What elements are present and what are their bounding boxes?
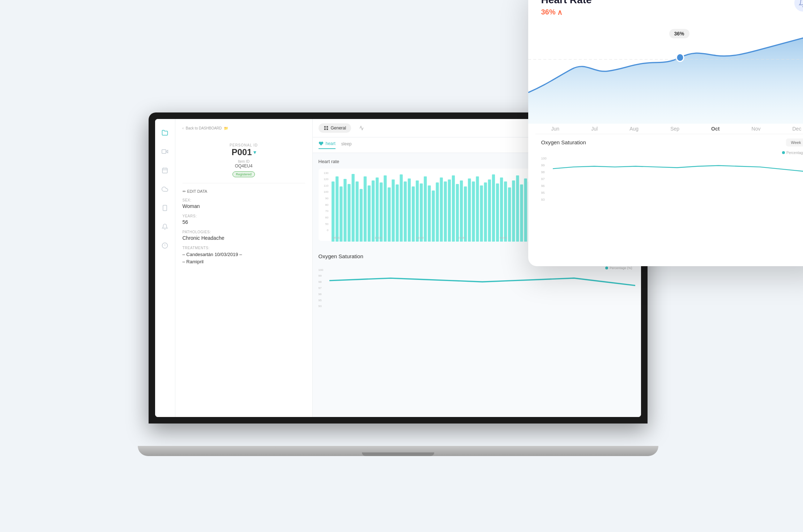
x-label-jun: Jun [551, 126, 560, 132]
svg-rect-51 [476, 176, 479, 241]
overlay-week-selector[interactable]: Week Month [786, 139, 803, 146]
oxy-svg-chart [553, 157, 803, 198]
pathologies-label: PATHOLOGIES: [183, 230, 305, 234]
svg-rect-17 [339, 186, 342, 242]
svg-rect-11 [324, 126, 325, 127]
back-to-dashboard[interactable]: ‹ Back to DASHBOARD 📁 [183, 126, 305, 130]
x-label-aug: Aug [629, 126, 638, 132]
sidebar-item-info[interactable] [158, 239, 171, 252]
pid-dropdown[interactable]: ▾ [253, 149, 256, 155]
svg-rect-59 [508, 187, 511, 242]
registered-badge: Registered [232, 171, 255, 177]
svg-rect-1 [162, 149, 166, 153]
svg-rect-27 [380, 182, 383, 242]
card-title: Heart Rate [541, 0, 803, 6]
svg-rect-29 [388, 187, 390, 242]
svg-rect-56 [496, 183, 499, 242]
years-label: YEARS: [183, 214, 305, 218]
svg-rect-50 [472, 181, 475, 241]
x-label-oct: Oct [711, 126, 719, 132]
svg-rect-49 [468, 178, 471, 242]
folder-icon: 📁 [224, 126, 228, 130]
field-treatments: TREATMENTS: – Candesartán 10/03/2019 – –… [183, 246, 305, 266]
svg-rect-36 [415, 180, 418, 241]
svg-rect-19 [347, 184, 350, 241]
svg-rect-61 [516, 175, 519, 242]
svg-rect-62 [520, 184, 523, 242]
svg-point-92 [676, 54, 684, 61]
svg-rect-30 [392, 179, 394, 242]
overlay-legend-label: Percentage (%) [786, 151, 803, 155]
sex-label: SEX: [183, 198, 305, 202]
patient-panel: ‹ Back to DASHBOARD 📁 Personal ID P001 ▾… [175, 119, 313, 417]
card-header: Heart Rate 36% ∧ [528, 0, 803, 22]
svg-rect-40 [432, 190, 435, 241]
sidebar [155, 119, 175, 417]
svg-rect-47 [460, 180, 462, 241]
metric-tab-sleep[interactable]: sleep [341, 141, 352, 149]
item-id-label: Item ID [183, 159, 305, 163]
sidebar-item-video[interactable] [158, 145, 171, 158]
svg-rect-52 [480, 185, 483, 241]
x-label-sep: Sep [670, 126, 679, 132]
edit-icon: ✏ [183, 189, 186, 194]
laptop-base [138, 446, 658, 456]
sidebar-item-mobile[interactable] [158, 201, 171, 214]
svg-rect-58 [504, 181, 507, 241]
svg-rect-38 [424, 176, 427, 241]
svg-rect-37 [420, 183, 423, 242]
oxygen-title: Oxygen Saturation [319, 253, 363, 259]
patient-id-section: Personal ID P001 ▾ Item ID OQ4EU4 Regist… [183, 137, 305, 183]
overlay-oxy-chart-area: Percentage (%) 100999897969593 [541, 151, 803, 201]
svg-marker-0 [166, 150, 168, 153]
svg-rect-33 [403, 181, 406, 241]
svg-rect-23 [363, 176, 366, 241]
sidebar-item-folder[interactable] [158, 126, 171, 139]
svg-rect-26 [376, 177, 379, 241]
edit-data-link[interactable]: ✏ EDIT DATA [183, 189, 305, 194]
sex-value: Woman [183, 203, 305, 209]
x-label-dec: Dec [792, 126, 801, 132]
item-id-value: OQ4EU4 [183, 163, 305, 169]
back-label: Back to DASHBOARD [186, 126, 222, 130]
back-chevron: ‹ [183, 126, 184, 130]
sidebar-item-cloud[interactable] [158, 183, 171, 196]
svg-rect-32 [400, 174, 402, 242]
field-years: YEARS: 56 [183, 214, 305, 225]
x-label-nov: Nov [752, 126, 761, 132]
sidebar-item-calendar[interactable] [158, 164, 171, 177]
x-axis-labels: Jun Jul Aug Sep Oct Nov Dec [528, 124, 803, 134]
svg-rect-46 [456, 184, 458, 241]
svg-rect-55 [492, 174, 495, 242]
svg-rect-63 [524, 178, 527, 242]
treatments-label: TREATMENTS: [183, 246, 305, 250]
metric-tab-heart[interactable]: heart [319, 141, 336, 149]
oxy-legend: Percentage (%) [782, 151, 803, 155]
svg-rect-21 [355, 181, 358, 241]
field-pathologies: PATHOLOGIES: Chronic Headache [183, 230, 305, 241]
card-percent: 36% ∧ [541, 8, 803, 17]
svg-rect-20 [351, 174, 354, 241]
sidebar-item-bell[interactable] [158, 220, 171, 233]
svg-rect-45 [452, 175, 454, 242]
svg-rect-43 [444, 181, 447, 241]
personal-id-label: Personal ID [183, 143, 305, 147]
tab-activity[interactable] [354, 123, 369, 133]
pathologies-value: Chronic Headache [183, 235, 305, 241]
svg-rect-41 [436, 182, 439, 242]
svg-rect-57 [500, 177, 503, 241]
overlay-oxygen-section: Oxygen Saturation Week Month Percentage … [528, 134, 803, 206]
oxy-y-axis: 100999897969593 [541, 157, 551, 201]
svg-rect-31 [396, 184, 398, 242]
svg-rect-28 [384, 175, 386, 242]
svg-rect-54 [488, 179, 491, 242]
line-chart-area: 36% [528, 22, 803, 124]
tab-general[interactable]: General [319, 123, 351, 133]
treatment-1: – Candesartán 10/03/2019 – [183, 251, 305, 259]
overlay-oxygen-title: Oxygen Saturation [541, 139, 586, 145]
svg-rect-2 [162, 168, 167, 173]
svg-rect-12 [326, 126, 328, 127]
percent-bubble: 36% [669, 29, 689, 38]
overlay-card: Heart Rate 36% ∧ [528, 0, 803, 266]
scene: ‹ Back to DASHBOARD 📁 Personal ID P001 ▾… [22, 13, 781, 519]
